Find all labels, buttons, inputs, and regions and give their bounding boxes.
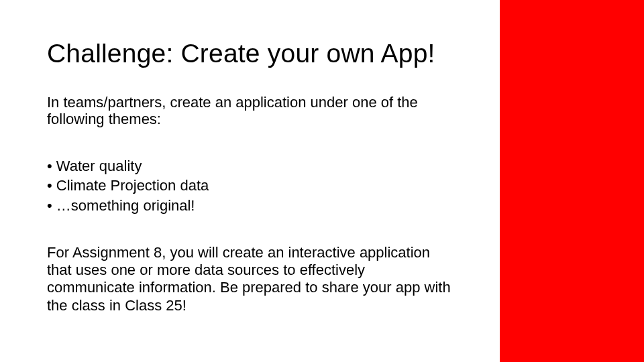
slide-title: Challenge: Create your own App!: [47, 39, 453, 68]
slide-intro: In teams/partners, create an application…: [47, 94, 453, 128]
list-item: • Water quality: [47, 156, 453, 176]
bullet-text: Climate Projection data: [56, 177, 209, 194]
list-item: • Climate Projection data: [47, 176, 453, 196]
list-item: • …something original!: [47, 196, 453, 216]
accent-sidebar: [500, 0, 644, 362]
bullet-text: …something original!: [56, 197, 195, 214]
slide-footer: For Assignment 8, you will create an int…: [47, 244, 453, 315]
slide-content: Challenge: Create your own App! In teams…: [0, 0, 500, 362]
bullet-list: • Water quality • Climate Projection dat…: [47, 156, 453, 216]
bullet-text: Water quality: [56, 158, 142, 174]
